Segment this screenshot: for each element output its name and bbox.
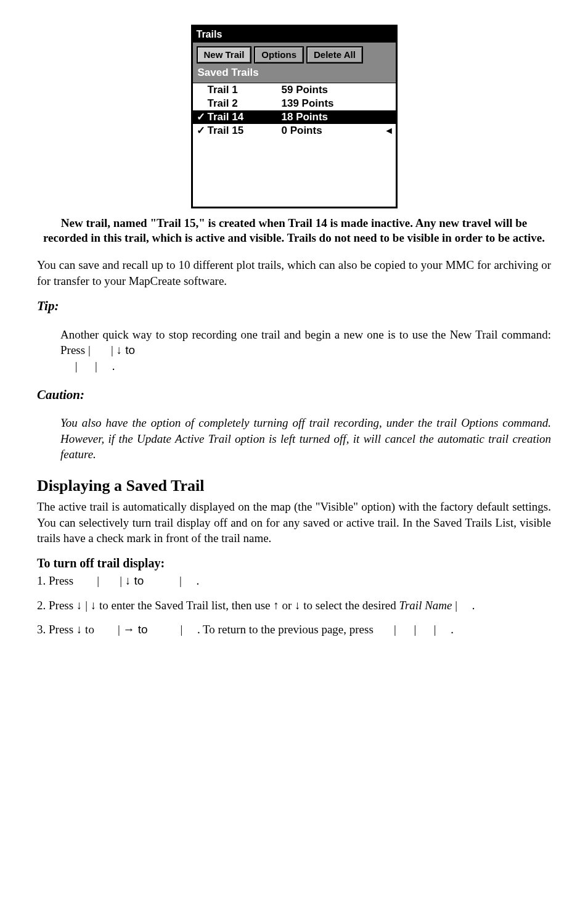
right-arrow-icon: → to xyxy=(123,623,150,636)
cursor-icon: ◂ xyxy=(381,124,392,138)
delete-all-button[interactable]: Delete All xyxy=(306,46,363,64)
step-1: 1. Press | | ↓ to | . xyxy=(37,573,551,589)
separator: | xyxy=(75,360,78,372)
trail-name: Trail 2 xyxy=(208,97,269,110)
separator: | xyxy=(179,574,182,587)
text: . xyxy=(472,599,475,612)
trail-name: Trail 1 xyxy=(208,83,269,97)
trail-name: Trail 14 xyxy=(208,110,269,124)
text: . To return to the previous page, press xyxy=(197,623,377,636)
separator: | xyxy=(97,574,99,587)
text: . xyxy=(196,574,199,587)
trail-name-placeholder: Trail Name xyxy=(399,599,452,612)
sub-heading: To turn off trail display: xyxy=(37,555,551,572)
separator: | xyxy=(434,623,436,636)
text: 3. Press ↓ to xyxy=(37,623,97,636)
trail-points: 18 Points xyxy=(269,110,381,124)
text: ↓ to enter the Saved Trail list, then us… xyxy=(91,599,399,612)
separator: | xyxy=(455,599,457,612)
trail-points: 0 Points xyxy=(269,124,381,138)
paragraph: You can save and recall up to 10 differe… xyxy=(37,257,551,289)
options-button[interactable]: Options xyxy=(254,46,304,64)
new-trail-button[interactable]: New Trail xyxy=(197,46,252,64)
separator: | xyxy=(88,343,91,356)
section-heading: Displaying a Saved Trail xyxy=(37,475,551,496)
trail-row[interactable]: ✓ Trail 14 18 Points xyxy=(193,110,396,124)
trail-row[interactable]: ✓ Trail 15 0 Points ◂ xyxy=(193,124,396,138)
text: . xyxy=(112,360,115,372)
step-3: 3. Press ↓ to | → to | . To return to th… xyxy=(37,622,551,638)
check-icon: ✓ xyxy=(197,124,208,138)
step-2: 2. Press ↓ | ↓ to enter the Saved Trail … xyxy=(37,598,551,614)
trail-row[interactable]: Trail 1 59 Points xyxy=(193,83,396,97)
saved-trails-label: Saved Trails xyxy=(193,65,396,83)
window-title: Trails xyxy=(193,27,396,43)
text: . xyxy=(451,623,454,636)
device-screen: Trails New Trail Options Delete All Save… xyxy=(191,25,398,208)
paragraph: The active trail is automatically displa… xyxy=(37,499,551,546)
down-arrow-icon: ↓ to xyxy=(125,574,147,587)
separator: | xyxy=(95,360,97,372)
trail-name: Trail 15 xyxy=(208,124,269,138)
tip-heading: Tip: xyxy=(37,297,551,315)
tip-body: Another quick way to stop recording one … xyxy=(60,327,551,374)
separator: | xyxy=(394,623,396,636)
toolbar: New Trail Options Delete All xyxy=(193,43,396,65)
text: 1. Press xyxy=(37,574,76,587)
trail-points: 139 Points xyxy=(269,97,381,110)
trail-points: 59 Points xyxy=(269,83,381,97)
separator: | xyxy=(120,574,122,587)
separator: | xyxy=(85,599,88,612)
trail-list: Trail 1 59 Points Trail 2 139 Points ✓ T… xyxy=(193,83,396,207)
separator: | xyxy=(180,623,182,636)
down-arrow-icon: ↓ to xyxy=(116,343,136,356)
caution-heading: Caution: xyxy=(37,386,551,403)
trail-row[interactable]: Trail 2 139 Points xyxy=(193,97,396,110)
caution-body: You also have the option of completely t… xyxy=(60,415,551,463)
text: 2. Press ↓ xyxy=(37,599,82,612)
separator: | xyxy=(414,623,416,636)
separator: | xyxy=(111,343,113,356)
check-icon: ✓ xyxy=(197,110,208,124)
separator: | xyxy=(118,623,120,636)
figure-caption: New trail, named "Trail 15," is created … xyxy=(43,216,545,246)
